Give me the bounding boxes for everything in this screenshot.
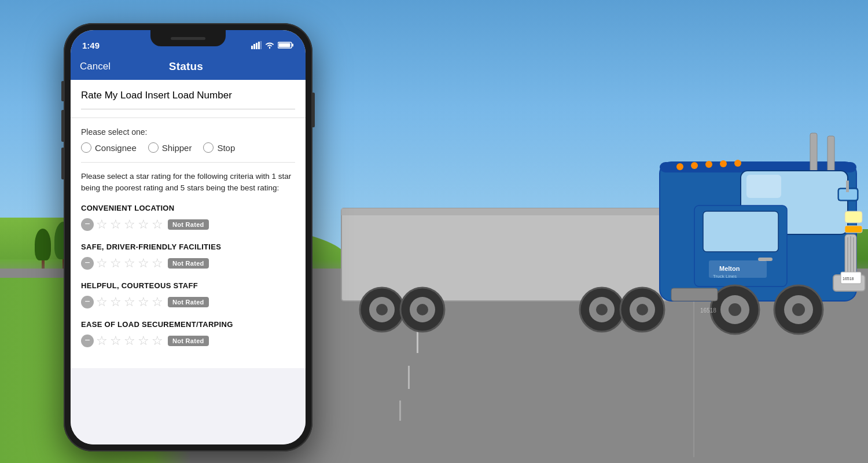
power-button bbox=[312, 93, 315, 127]
radio-circle-consignee[interactable] bbox=[81, 142, 91, 153]
svg-rect-55 bbox=[260, 41, 262, 49]
rating-label-ease-load: EASE OF LOAD SECUREMENT/TARPING bbox=[81, 320, 295, 329]
rating-section-helpful-staff: HELPFUL, COURTEOUS STAFF−☆☆☆☆☆Not Rated bbox=[81, 281, 295, 308]
divider-1 bbox=[81, 162, 295, 163]
not-rated-badge-ease-load: Not Rated bbox=[168, 336, 209, 346]
svg-rect-42 bbox=[671, 288, 718, 301]
battery-icon bbox=[278, 41, 294, 49]
status-time: 1:49 bbox=[82, 41, 100, 50]
rating-label-helpful-staff: HELPFUL, COURTEOUS STAFF bbox=[81, 281, 295, 290]
star-safe-facilities-3[interactable]: ☆ bbox=[124, 257, 135, 270]
rating-label-safe-facilities: SAFE, DRIVER-FRIENDLY FACILITIES bbox=[81, 242, 295, 251]
star-helpful-staff-2[interactable]: ☆ bbox=[110, 296, 122, 308]
svg-point-10 bbox=[596, 304, 608, 315]
instruction-text: Please select a star rating for the foll… bbox=[81, 171, 295, 194]
svg-rect-19 bbox=[746, 175, 781, 198]
svg-point-7 bbox=[417, 304, 428, 315]
star-ease-load-1[interactable]: ☆ bbox=[96, 335, 108, 347]
svg-point-49 bbox=[720, 160, 727, 167]
nav-bar: Cancel Status bbox=[71, 56, 306, 80]
content-body: Please select one: Consignee Shipper bbox=[71, 118, 306, 368]
stars-row-convenient-location: −☆☆☆☆☆Not Rated bbox=[81, 218, 295, 231]
svg-text:16518: 16518 bbox=[700, 307, 716, 314]
star-convenient-location-1[interactable]: ☆ bbox=[96, 218, 108, 231]
rating-section-ease-load: EASE OF LOAD SECUREMENT/TARPING−☆☆☆☆☆Not… bbox=[81, 320, 295, 347]
status-icons bbox=[251, 41, 294, 49]
volume-down-button bbox=[61, 148, 64, 179]
star-helpful-staff-4[interactable]: ☆ bbox=[138, 296, 149, 308]
svg-point-47 bbox=[691, 162, 698, 169]
svg-point-50 bbox=[734, 160, 741, 167]
not-rated-badge-convenient-location: Not Rated bbox=[168, 219, 209, 230]
not-rated-badge-helpful-staff: Not Rated bbox=[168, 297, 209, 307]
radio-stop[interactable]: Stop bbox=[203, 142, 235, 153]
load-title: Rate My Load Insert Load Number bbox=[81, 89, 295, 109]
rating-label-convenient-location: CONVENIENT LOCATION bbox=[81, 204, 295, 212]
star-helpful-staff-1[interactable]: ☆ bbox=[96, 296, 108, 308]
svg-rect-0 bbox=[341, 208, 677, 301]
truck-illustration: Melton Truck Lines 16518 16518 bbox=[336, 104, 868, 428]
svg-rect-58 bbox=[279, 43, 290, 47]
not-rated-badge-safe-facilities: Not Rated bbox=[168, 258, 209, 269]
signal-icon bbox=[251, 41, 262, 49]
star-safe-facilities-4[interactable]: ☆ bbox=[138, 257, 149, 270]
rating-section-convenient-location: CONVENIENT LOCATION−☆☆☆☆☆Not Rated bbox=[81, 204, 295, 231]
star-convenient-location-5[interactable]: ☆ bbox=[152, 218, 163, 231]
svg-rect-1 bbox=[341, 208, 677, 215]
svg-text:Truck Lines: Truck Lines bbox=[713, 274, 737, 279]
radio-label-shipper: Shipper bbox=[162, 143, 192, 153]
svg-point-48 bbox=[705, 161, 712, 168]
minus-button-convenient-location[interactable]: − bbox=[81, 218, 94, 231]
svg-text:16518: 16518 bbox=[843, 277, 854, 281]
star-convenient-location-3[interactable]: ☆ bbox=[124, 218, 135, 231]
radio-shipper[interactable]: Shipper bbox=[148, 142, 192, 153]
svg-rect-52 bbox=[253, 44, 255, 49]
phone-screen: 1:49 bbox=[71, 30, 306, 444]
minus-button-helpful-staff[interactable]: − bbox=[81, 296, 94, 308]
cancel-button[interactable]: Cancel bbox=[80, 61, 111, 72]
phone-notch bbox=[150, 30, 226, 46]
star-helpful-staff-3[interactable]: ☆ bbox=[124, 296, 135, 308]
star-safe-facilities-5[interactable]: ☆ bbox=[152, 257, 163, 270]
radio-group: Consignee Shipper Stop bbox=[81, 142, 295, 153]
star-safe-facilities-2[interactable]: ☆ bbox=[110, 257, 122, 270]
stars-row-safe-facilities: −☆☆☆☆☆Not Rated bbox=[81, 257, 295, 270]
svg-text:Melton: Melton bbox=[719, 265, 740, 272]
select-one-label: Please select one: bbox=[81, 127, 295, 137]
svg-rect-31 bbox=[845, 211, 862, 223]
star-ease-load-4[interactable]: ☆ bbox=[138, 335, 149, 347]
radio-consignee[interactable]: Consignee bbox=[81, 142, 137, 153]
svg-rect-32 bbox=[845, 226, 862, 233]
radio-label-stop: Stop bbox=[217, 143, 235, 153]
radio-circle-shipper[interactable] bbox=[148, 142, 159, 153]
svg-point-13 bbox=[637, 304, 648, 315]
svg-point-38 bbox=[792, 303, 805, 316]
volume-up-button bbox=[61, 110, 64, 142]
phone-speaker bbox=[171, 37, 205, 40]
minus-button-safe-facilities[interactable]: − bbox=[81, 257, 94, 270]
nav-title: Status bbox=[169, 60, 203, 73]
screen-content[interactable]: Rate My Load Insert Load Number Please s… bbox=[71, 80, 306, 444]
star-ease-load-3[interactable]: ☆ bbox=[124, 335, 135, 347]
stars-row-ease-load: −☆☆☆☆☆Not Rated bbox=[81, 335, 295, 347]
star-ease-load-2[interactable]: ☆ bbox=[110, 335, 122, 347]
phone-device: 1:49 bbox=[64, 23, 312, 451]
svg-rect-53 bbox=[256, 43, 258, 49]
svg-point-4 bbox=[376, 304, 388, 315]
mute-button bbox=[61, 81, 64, 101]
star-helpful-staff-5[interactable]: ☆ bbox=[152, 296, 163, 308]
star-safe-facilities-1[interactable]: ☆ bbox=[96, 257, 108, 270]
star-convenient-location-2[interactable]: ☆ bbox=[110, 218, 122, 231]
stars-row-helpful-staff: −☆☆☆☆☆Not Rated bbox=[81, 296, 295, 308]
svg-rect-21 bbox=[703, 211, 778, 252]
svg-point-41 bbox=[729, 303, 741, 316]
svg-rect-51 bbox=[251, 46, 253, 49]
star-ease-load-5[interactable]: ☆ bbox=[152, 335, 163, 347]
star-convenient-location-4[interactable]: ☆ bbox=[138, 218, 149, 231]
radio-label-consignee: Consignee bbox=[95, 143, 137, 153]
minus-button-ease-load[interactable]: − bbox=[81, 335, 94, 347]
svg-point-46 bbox=[676, 163, 683, 170]
radio-circle-stop[interactable] bbox=[203, 142, 214, 153]
ratings-container: CONVENIENT LOCATION−☆☆☆☆☆Not RatedSAFE, … bbox=[81, 204, 295, 347]
wifi-icon bbox=[264, 41, 275, 49]
